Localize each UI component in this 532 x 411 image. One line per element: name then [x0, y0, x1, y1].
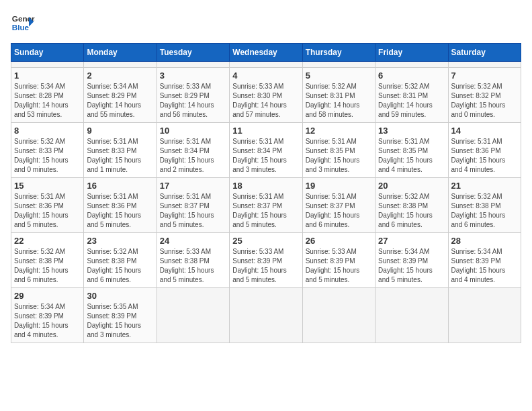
- day-detail: Sunrise: 5:34 AMSunset: 8:39 PMDaylight:…: [14, 302, 81, 340]
- day-detail: Sunrise: 5:32 AMSunset: 8:38 PMDaylight:…: [14, 247, 81, 285]
- day-detail: Sunrise: 5:31 AMSunset: 8:34 PMDaylight:…: [160, 137, 226, 175]
- calendar-cell: [84, 62, 157, 68]
- calendar-cell: [157, 62, 229, 68]
- calendar-cell: 1Sunrise: 5:34 AMSunset: 8:28 PMDaylight…: [11, 68, 84, 123]
- day-detail: Sunrise: 5:33 AMSunset: 8:39 PMDaylight:…: [306, 247, 372, 285]
- day-number: 6: [378, 71, 445, 81]
- day-number: 9: [87, 126, 153, 136]
- day-detail: Sunrise: 5:31 AMSunset: 8:36 PMDaylight:…: [14, 192, 81, 230]
- calendar-cell: 15Sunrise: 5:31 AMSunset: 8:36 PMDayligh…: [11, 178, 84, 233]
- calendar-cell: [448, 288, 521, 343]
- column-header-friday: Friday: [375, 44, 448, 62]
- column-header-sunday: Sunday: [11, 44, 84, 62]
- day-number: 7: [451, 71, 518, 81]
- day-detail: Sunrise: 5:32 AMSunset: 8:38 PMDaylight:…: [378, 192, 445, 230]
- calendar-cell: 24Sunrise: 5:33 AMSunset: 8:38 PMDayligh…: [157, 233, 229, 288]
- day-detail: Sunrise: 5:33 AMSunset: 8:38 PMDaylight:…: [160, 247, 226, 285]
- day-number: 5: [306, 71, 372, 81]
- calendar-cell: 18Sunrise: 5:31 AMSunset: 8:37 PMDayligh…: [230, 178, 302, 233]
- calendar-cell: 27Sunrise: 5:34 AMSunset: 8:39 PMDayligh…: [375, 233, 448, 288]
- calendar-cell: 6Sunrise: 5:32 AMSunset: 8:31 PMDaylight…: [375, 68, 448, 123]
- calendar-cell: 23Sunrise: 5:32 AMSunset: 8:38 PMDayligh…: [84, 233, 157, 288]
- calendar-cell: 7Sunrise: 5:32 AMSunset: 8:32 PMDaylight…: [448, 68, 521, 123]
- calendar-cell: [230, 288, 302, 343]
- calendar-cell: 10Sunrise: 5:31 AMSunset: 8:34 PMDayligh…: [157, 123, 229, 178]
- calendar-cell: 16Sunrise: 5:31 AMSunset: 8:36 PMDayligh…: [84, 178, 157, 233]
- calendar-cell: 8Sunrise: 5:32 AMSunset: 8:33 PMDaylight…: [11, 123, 84, 178]
- calendar-cell: 20Sunrise: 5:32 AMSunset: 8:38 PMDayligh…: [375, 178, 448, 233]
- day-number: 14: [451, 126, 518, 136]
- calendar-cell: 13Sunrise: 5:31 AMSunset: 8:35 PMDayligh…: [375, 123, 448, 178]
- column-header-thursday: Thursday: [302, 44, 375, 62]
- column-header-tuesday: Tuesday: [157, 44, 229, 62]
- week-row-3: 8Sunrise: 5:32 AMSunset: 8:33 PMDaylight…: [11, 123, 521, 178]
- day-detail: Sunrise: 5:31 AMSunset: 8:37 PMDaylight:…: [232, 192, 299, 230]
- day-number: 27: [378, 236, 445, 246]
- day-detail: Sunrise: 5:32 AMSunset: 8:33 PMDaylight:…: [14, 137, 81, 175]
- calendar-cell: 17Sunrise: 5:31 AMSunset: 8:37 PMDayligh…: [157, 178, 229, 233]
- day-number: 4: [232, 71, 299, 81]
- day-detail: Sunrise: 5:32 AMSunset: 8:31 PMDaylight:…: [306, 82, 372, 120]
- day-number: 10: [160, 126, 226, 136]
- day-detail: Sunrise: 5:34 AMSunset: 8:28 PMDaylight:…: [14, 82, 81, 120]
- day-number: 15: [14, 181, 81, 191]
- calendar-cell: 11Sunrise: 5:31 AMSunset: 8:34 PMDayligh…: [230, 123, 302, 178]
- day-number: 13: [378, 126, 445, 136]
- day-detail: Sunrise: 5:31 AMSunset: 8:35 PMDaylight:…: [378, 137, 445, 175]
- column-header-wednesday: Wednesday: [230, 44, 302, 62]
- day-number: 20: [378, 181, 445, 191]
- day-detail: Sunrise: 5:31 AMSunset: 8:37 PMDaylight:…: [306, 192, 372, 230]
- day-detail: Sunrise: 5:31 AMSunset: 8:33 PMDaylight:…: [87, 137, 153, 175]
- week-row-5: 22Sunrise: 5:32 AMSunset: 8:38 PMDayligh…: [11, 233, 521, 288]
- day-detail: Sunrise: 5:31 AMSunset: 8:37 PMDaylight:…: [160, 192, 226, 230]
- day-detail: Sunrise: 5:32 AMSunset: 8:38 PMDaylight:…: [87, 247, 153, 285]
- day-number: 19: [306, 181, 372, 191]
- calendar-cell: [230, 62, 302, 68]
- calendar-cell: [157, 288, 229, 343]
- day-number: 12: [306, 126, 372, 136]
- day-detail: Sunrise: 5:31 AMSunset: 8:34 PMDaylight:…: [232, 137, 299, 175]
- calendar-cell: 5Sunrise: 5:32 AMSunset: 8:31 PMDaylight…: [302, 68, 375, 123]
- header: General Blue: [11, 11, 521, 35]
- calendar-cell: [302, 62, 375, 68]
- day-number: 3: [160, 71, 226, 81]
- day-number: 28: [451, 236, 518, 246]
- calendar-cell: [448, 62, 521, 68]
- calendar-cell: 28Sunrise: 5:34 AMSunset: 8:39 PMDayligh…: [448, 233, 521, 288]
- week-row-4: 15Sunrise: 5:31 AMSunset: 8:36 PMDayligh…: [11, 178, 521, 233]
- day-number: 2: [87, 71, 153, 81]
- day-number: 18: [232, 181, 299, 191]
- calendar-cell: 22Sunrise: 5:32 AMSunset: 8:38 PMDayligh…: [11, 233, 84, 288]
- calendar-cell: 26Sunrise: 5:33 AMSunset: 8:39 PMDayligh…: [302, 233, 375, 288]
- calendar-cell: 4Sunrise: 5:33 AMSunset: 8:30 PMDaylight…: [230, 68, 302, 123]
- calendar-cell: [375, 62, 448, 68]
- day-number: 25: [232, 236, 299, 246]
- day-detail: Sunrise: 5:34 AMSunset: 8:39 PMDaylight:…: [451, 247, 518, 285]
- day-detail: Sunrise: 5:32 AMSunset: 8:38 PMDaylight:…: [451, 192, 518, 230]
- week-row-1: [11, 62, 521, 68]
- day-detail: Sunrise: 5:32 AMSunset: 8:31 PMDaylight:…: [378, 82, 445, 120]
- calendar-cell: 19Sunrise: 5:31 AMSunset: 8:37 PMDayligh…: [302, 178, 375, 233]
- calendar-cell: 30Sunrise: 5:35 AMSunset: 8:39 PMDayligh…: [84, 288, 157, 343]
- day-number: 8: [14, 126, 81, 136]
- day-number: 29: [14, 291, 81, 301]
- day-number: 23: [87, 236, 153, 246]
- day-number: 17: [160, 181, 226, 191]
- logo: General Blue: [11, 11, 35, 35]
- day-number: 16: [87, 181, 153, 191]
- day-detail: Sunrise: 5:33 AMSunset: 8:29 PMDaylight:…: [160, 82, 226, 120]
- column-header-monday: Monday: [84, 44, 157, 62]
- svg-text:Blue: Blue: [12, 23, 30, 32]
- day-detail: Sunrise: 5:35 AMSunset: 8:39 PMDaylight:…: [87, 302, 153, 340]
- day-detail: Sunrise: 5:33 AMSunset: 8:39 PMDaylight:…: [232, 247, 299, 285]
- day-detail: Sunrise: 5:34 AMSunset: 8:39 PMDaylight:…: [378, 247, 445, 285]
- calendar-cell: 3Sunrise: 5:33 AMSunset: 8:29 PMDaylight…: [157, 68, 229, 123]
- day-detail: Sunrise: 5:34 AMSunset: 8:29 PMDaylight:…: [87, 82, 153, 120]
- calendar-cell: 14Sunrise: 5:31 AMSunset: 8:36 PMDayligh…: [448, 123, 521, 178]
- calendar-cell: 9Sunrise: 5:31 AMSunset: 8:33 PMDaylight…: [84, 123, 157, 178]
- logo-icon: General Blue: [11, 11, 35, 35]
- day-number: 24: [160, 236, 226, 246]
- day-number: 11: [232, 126, 299, 136]
- day-detail: Sunrise: 5:31 AMSunset: 8:36 PMDaylight:…: [451, 137, 518, 175]
- day-number: 30: [87, 291, 153, 301]
